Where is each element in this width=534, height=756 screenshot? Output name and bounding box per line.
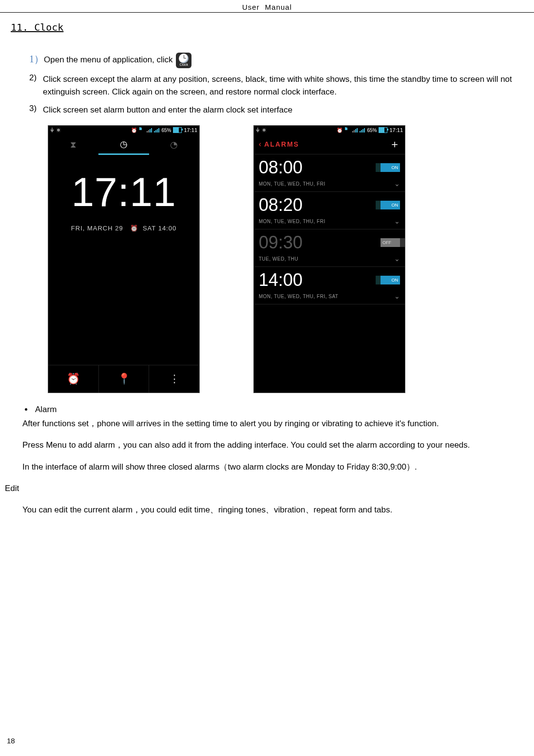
step-1: 1） Open the menu of application, click C… [29, 53, 529, 68]
overflow-menu-button[interactable]: ⋮ [149, 365, 199, 393]
tab-clock[interactable]: ◷ [98, 134, 149, 155]
alarm-days: TUE, WED, THU [259, 256, 298, 262]
step-3-text: Click screen set alarm button and enter … [43, 104, 529, 116]
signal-icon [352, 128, 358, 132]
tab-stopwatch[interactable]: ◔ [149, 134, 199, 155]
alarm-hour: 09: [259, 232, 283, 252]
signal-icon-2 [360, 128, 365, 132]
alarm-item[interactable]: 09:30 OFF TUE, WED, THU⌄ [254, 229, 405, 267]
page-number: 18 [7, 737, 15, 745]
chevron-down-icon[interactable]: ⌄ [394, 292, 400, 300]
para-2: Press Menu to add alarm，you can also add… [22, 439, 529, 452]
usb-icon [50, 128, 54, 132]
wifi-icon [139, 127, 144, 133]
alarm-min: 20 [283, 195, 303, 215]
battery-icon [379, 127, 387, 133]
status-time: 17:11 [389, 127, 403, 133]
para-1: After functions set，phone will arrives i… [22, 417, 529, 430]
screenshot-clock-main: ⏰ 65% 17:11 ⧗ ◷ ◔ 17:11 FRI, MARCH 29 [48, 125, 200, 393]
clock-time: 17:11 [48, 169, 199, 216]
back-button[interactable]: ‹ [259, 140, 261, 149]
screenshot-alarms-list: ⏰ 65% 17:11 ‹ ALARMS ＋ 08:00 ON [253, 125, 405, 393]
bullet-list: Alarm [33, 405, 529, 415]
section-heading: 11. Clock [11, 21, 534, 33]
alarm-min: 00 [283, 157, 303, 177]
next-alarm-icon: ⏰ [130, 225, 138, 232]
add-alarm-button[interactable]: ＋ [389, 137, 400, 151]
alarm-days: MON, TUE, WED, THU, FRI [259, 181, 325, 187]
clock-app-icon: Clock [176, 53, 191, 68]
battery-icon [173, 127, 182, 133]
para-3: In the interface of alarm will show thre… [22, 461, 529, 473]
chevron-down-icon[interactable]: ⌄ [394, 255, 400, 263]
alarm-hour: 08: [259, 157, 283, 177]
tab-timer[interactable]: ⧗ [48, 134, 98, 155]
chevron-down-icon[interactable]: ⌄ [394, 180, 400, 188]
alarm-toggle[interactable]: ON [381, 201, 400, 209]
signal-icon [147, 128, 152, 132]
status-time: 17:11 [184, 127, 197, 133]
status-bar: ⏰ 65% 17:11 [48, 126, 199, 134]
alarm-hour: 14: [259, 270, 283, 290]
alarm-status-icon: ⏰ [337, 128, 343, 133]
battery-pct: 65% [367, 128, 377, 133]
edit-label: Edit [5, 482, 529, 495]
alarm-hour: 08: [259, 195, 283, 215]
chevron-down-icon[interactable]: ⌄ [394, 217, 400, 225]
clock-app-icon-label: Clock [176, 62, 191, 68]
signal-icon-2 [154, 128, 159, 132]
alarms-title: ALARMS [264, 140, 299, 148]
alarm-item[interactable]: 08:20 ON MON, TUE, WED, THU, FRI⌄ [254, 192, 405, 229]
alarm-toggle[interactable]: ON [381, 163, 400, 172]
clock-tabs: ⧗ ◷ ◔ [48, 134, 199, 156]
alarms-header: ‹ ALARMS ＋ [254, 134, 405, 154]
step-1-num: 1） [29, 53, 44, 66]
wifi-icon [345, 127, 350, 133]
alarm-status-icon: ⏰ [131, 128, 137, 133]
step-2-num: 2) [29, 73, 43, 83]
usb-icon [256, 128, 260, 132]
alarm-min: 00 [283, 270, 303, 290]
step-2-text: Click screen except the alarm at any pos… [43, 73, 529, 99]
step-3-num: 3) [29, 104, 43, 113]
alarm-days: MON, TUE, WED, THU, FRI, SAT [259, 294, 338, 299]
alarm-toggle[interactable]: OFF [381, 238, 400, 247]
status-bar: ⏰ 65% 17:11 [254, 126, 405, 134]
alarms-button[interactable]: ⏰ [48, 365, 99, 393]
alarm-min: 30 [283, 232, 303, 252]
clock-date: FRI, MARCH 29 [71, 225, 123, 232]
step-3: 3) Click screen set alarm button and ent… [29, 104, 529, 116]
world-clock-button[interactable]: 📍 [99, 365, 150, 393]
step-2: 2) Click screen except the alarm at any … [29, 73, 529, 99]
bullet-alarm: Alarm [33, 405, 529, 415]
debug-icon [56, 128, 61, 132]
step-1-text: Open the menu of application, click [44, 55, 173, 64]
alarm-item[interactable]: 14:00 ON MON, TUE, WED, THU, FRI, SAT⌄ [254, 267, 405, 304]
alarm-days: MON, TUE, WED, THU, FRI [259, 219, 325, 224]
battery-pct: 65% [161, 128, 171, 133]
steps-list: 1） Open the menu of application, click C… [29, 53, 529, 116]
alarm-toggle[interactable]: ON [381, 276, 400, 284]
page-header: User Manual [0, 0, 534, 13]
debug-icon [262, 128, 267, 132]
para-4: You can edit the current alarm，you could… [22, 504, 529, 516]
next-alarm-time: SAT 14:00 [143, 225, 176, 232]
alarm-item[interactable]: 08:00 ON MON, TUE, WED, THU, FRI⌄ [254, 154, 405, 192]
